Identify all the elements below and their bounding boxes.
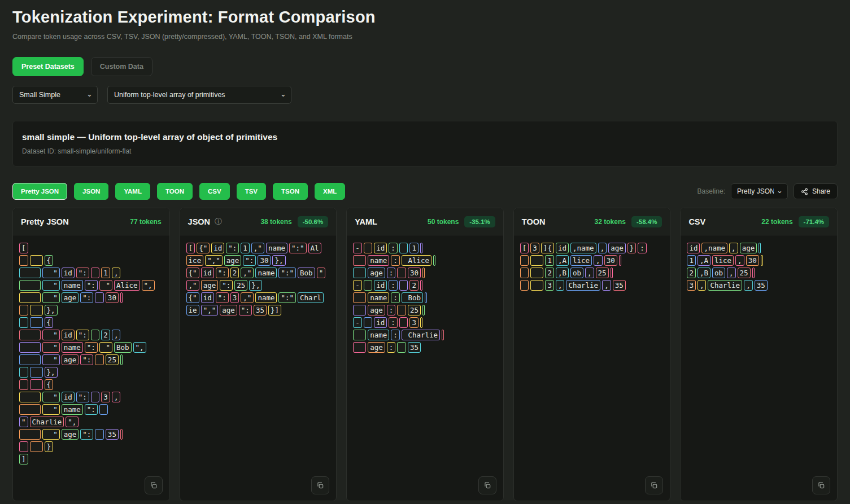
token: 35 [755,280,768,291]
token-count: 32 tokens [595,218,626,226]
token: ": [239,305,252,315]
token: , [112,268,121,278]
token: 1 [409,243,419,253]
token [520,268,529,278]
token [30,379,43,390]
token: ":" [278,268,296,278]
token [353,292,366,303]
token-line: 2,Bob,25 [520,268,664,278]
token: name [368,292,389,303]
token: ie [186,305,199,315]
token [530,280,543,291]
dataset-select[interactable]: Small Simple [12,86,98,104]
token-line: ] [19,454,163,464]
tab-tsv[interactable]: TSV [237,183,266,200]
token: , [602,280,611,291]
delta-badge: -58.4% [631,216,662,227]
token-line: 2,Bob,25 [687,268,831,278]
token: {" [186,268,199,278]
copy-button[interactable] [145,476,163,494]
token: 35 [106,429,119,440]
token: 25 [738,268,751,278]
token: : [389,280,398,291]
preset-datasets-button[interactable]: Preset Datasets [12,57,84,76]
token: 3 [230,292,239,303]
token [120,354,123,365]
token-line: name: Charlie [353,330,497,340]
token: 2 [545,268,554,278]
token [19,317,28,328]
tab-pretty-json[interactable]: Pretty JSON [12,183,67,200]
token [19,280,41,291]
token: }] [268,305,281,315]
token: " [42,342,60,353]
token: 30 [604,255,617,266]
copy-button[interactable] [812,476,830,494]
token: : [387,305,396,315]
tab-yaml[interactable]: YAML [115,183,150,200]
copy-button[interactable] [478,476,496,494]
token-line: "id": 2, [19,330,163,340]
token-line: {"id":3,"name":"Charl [186,292,330,303]
copy-button[interactable] [645,476,663,494]
token: Bob [114,342,132,353]
copy-button[interactable] [311,476,329,494]
token: 2 [230,268,239,278]
dataset-info-panel: small simple — Uniform top-level array o… [12,121,838,166]
delta-badge: -50.6% [298,216,328,227]
dataset-info-title: small simple — Uniform top-level array o… [22,132,828,142]
token: name [368,255,389,266]
token: 3 [409,317,419,328]
baseline-select[interactable]: Pretty JSON [731,183,788,199]
token-line: 3,Charlie,35 [520,280,664,291]
tab-json[interactable]: JSON [74,183,108,200]
token [19,330,41,340]
token-visualization: [3]{id,name,age}: 1,Alice,30 2,Bob,25 3,… [514,235,670,501]
token [752,268,755,278]
token: ": [243,255,256,266]
token-line: "Charlie", [19,417,163,427]
token: ] [19,454,28,464]
copy-icon [650,481,658,489]
tab-csv[interactable]: CSV [199,183,230,200]
token: , [585,268,594,278]
variant-select[interactable]: Uniform top-level array of primitives [107,86,291,104]
token: : [389,317,398,328]
token-line: age: 35 [353,342,497,353]
token: id [374,317,387,328]
token: 30 [258,255,271,266]
token: name [266,243,287,253]
token: Bob [402,292,423,303]
card-pretty-json: Pretty JSON 77 tokens [ { "id": 1, "name… [12,208,170,501]
token-line: }, [19,367,163,378]
token: 3 [545,280,554,291]
tab-tson[interactable]: TSON [273,183,308,200]
token [19,379,28,390]
tab-toon[interactable]: TOON [157,183,193,200]
token: Charlie [566,280,600,291]
token: , [112,392,121,402]
token [30,367,43,378]
token-line: "name": [19,404,163,415]
token-count: 22 tokens [761,218,792,226]
copy-icon [817,481,825,489]
token: ", [66,417,79,427]
custom-data-button[interactable]: Custom Data [91,57,152,76]
delta-badge: -71.4% [799,216,829,227]
token [422,268,425,278]
token [353,268,366,278]
tab-xml[interactable]: XML [315,183,345,200]
token [353,305,366,315]
token [399,243,408,253]
token [442,330,444,340]
token: " [42,354,60,365]
token [120,429,123,440]
token: ": [216,292,229,303]
share-button[interactable]: Share [794,183,838,199]
token-line: 3,Charlie,35 [687,280,831,291]
token: Charl [298,292,324,303]
token: name [62,280,83,291]
token-line: { [19,317,163,328]
token [19,342,41,353]
token [520,280,529,291]
